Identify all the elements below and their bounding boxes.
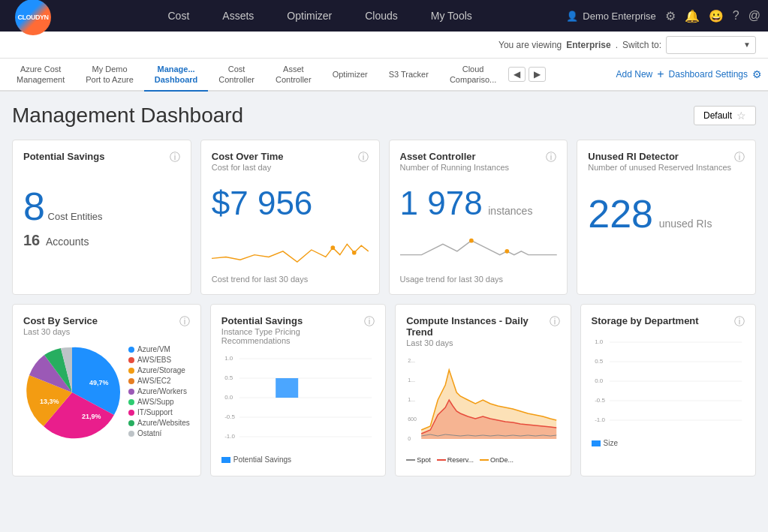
info-icon[interactable]: ⓘ — [179, 315, 190, 329]
widget-subtitle: Last 30 days — [406, 338, 549, 347]
instances-number: 1 978 — [400, 185, 483, 221]
storage-legend-label: Size — [604, 439, 618, 447]
widget-header: Asset Controller Number of Running Insta… — [400, 151, 557, 172]
svg-text:1.0: 1.0 — [224, 355, 233, 362]
legend-aws-supp: AWS/Supp — [128, 398, 190, 406]
bell-icon[interactable]: 🔔 — [685, 9, 700, 23]
enterprise-bar: You are viewing Enterprise. Switch to: ▼ — [0, 32, 768, 59]
info-icon[interactable]: ⓘ — [170, 151, 180, 164]
legend-dot — [128, 378, 134, 384]
emoji-icon[interactable]: 😀 — [709, 9, 724, 23]
page-title: Management Dashboard — [12, 104, 243, 128]
legend-azure-vm: Azure/VM — [128, 345, 190, 353]
tab-azure-cost-management[interactable]: Azure CostManagement — [6, 59, 75, 92]
help-icon[interactable]: ? — [733, 9, 739, 23]
svg-text:1...: 1... — [408, 377, 415, 383]
tab-actions: Add New + Dashboard Settings ⚙ — [616, 68, 762, 81]
info-icon[interactable]: ⓘ — [734, 151, 745, 164]
svg-text:600: 600 — [408, 416, 417, 422]
compute-ondemand-legend: OnDe... — [480, 456, 514, 464]
star-icon: ☆ — [736, 110, 746, 122]
savings-number: 8 — [23, 185, 45, 228]
dashboard-settings-link[interactable]: Dashboard Settings — [669, 69, 748, 80]
pie-chart-area: 49,7% 21,9% 13,3% Azure/VM AWS/EBS — [23, 344, 190, 441]
legend-dot — [128, 389, 134, 395]
potential-savings-widget: Potential Savings ⓘ 8 Cost Entities 16 A… — [12, 140, 191, 295]
dashboard-settings-icon[interactable]: ⚙ — [752, 68, 762, 80]
at-icon[interactable]: @ — [748, 9, 760, 23]
asset-trend-label: Usage trend for last 30 days — [400, 275, 557, 284]
info-icon[interactable]: ⓘ — [546, 151, 556, 164]
widget-title: Unused RI Detector — [588, 151, 731, 162]
widget-row-2: Cost By Service Last 30 days ⓘ — [12, 304, 756, 476]
compute-trend-chart: 2... 1... 1... 600 0 Spot — [406, 355, 559, 452]
widget-title: Storage by Department — [592, 315, 699, 326]
svg-text:21,9%: 21,9% — [82, 413, 101, 420]
widget-subtitle: Instance Type Pricing Recommendations — [221, 327, 364, 345]
svg-text:2...: 2... — [408, 358, 415, 363]
compute-instances-widget: Compute Instances - Daily Trend Last 30 … — [395, 304, 571, 476]
storage-by-dept-widget: Storage by Department ⓘ 1.0 0.5 0.0 -0.5… — [580, 304, 756, 476]
logo-area[interactable]: CLOUDYN — [8, 0, 59, 32]
svg-text:0.0: 0.0 — [595, 377, 604, 384]
info-icon[interactable]: ⓘ — [734, 315, 745, 329]
savings-cost-entities: Cost Entities — [48, 211, 103, 222]
legend-dot — [128, 368, 134, 374]
widget-subtitle: Cost for last day — [212, 163, 284, 172]
nav-right: 👤 Demo Enterprise ⚙ 🔔 😀 ? @ — [566, 9, 760, 23]
tab-cost-controller[interactable]: CostController — [208, 59, 265, 92]
nav-assets[interactable]: Assets — [206, 0, 270, 32]
widget-subtitle: Last 30 days — [23, 327, 98, 336]
nav-links: Cost Assets Optimizer Clouds My Tools — [74, 0, 566, 32]
widget-title: Potential Savings — [221, 315, 364, 326]
svg-rect-17 — [276, 378, 298, 398]
potential-savings-bar-widget: Potential Savings Instance Type Pricing … — [210, 304, 386, 476]
widget-title: Cost By Service — [23, 315, 98, 326]
tab-optimizer[interactable]: Optimizer — [322, 59, 378, 92]
savings-bar-chart: 1.0 0.5 0.0 -0.5 -1.0 Potential S — [221, 353, 375, 450]
widget-title: Cost Over Time — [212, 151, 284, 162]
instances-label: instances — [488, 205, 532, 217]
gear-icon[interactable]: ⚙ — [665, 9, 676, 23]
nav-cost[interactable]: Cost — [152, 0, 206, 32]
nav-optimizer[interactable]: Optimizer — [270, 0, 348, 32]
legend-dot — [128, 420, 134, 426]
user-icon: 👤 — [566, 11, 578, 22]
nav-clouds[interactable]: Clouds — [348, 0, 414, 32]
add-new-link[interactable]: Add New — [616, 69, 653, 80]
accounts-number: 16 — [23, 232, 40, 248]
svg-text:-0.5: -0.5 — [224, 413, 235, 420]
tab-management-dashboard[interactable]: Manage...Dashboard — [144, 59, 208, 92]
widget-header: Unused RI Detector Number of unused Rese… — [588, 151, 745, 172]
tab-my-demo[interactable]: My DemoPort to Azure — [75, 59, 144, 92]
enterprise-switch-dropdown[interactable]: ▼ — [666, 36, 756, 54]
top-navigation: CLOUDYN Cost Assets Optimizer Clouds My … — [0, 0, 768, 32]
legend-it-support: IT/Support — [128, 408, 190, 416]
svg-text:0.0: 0.0 — [224, 394, 233, 401]
asset-controller-widget: Asset Controller Number of Running Insta… — [389, 140, 568, 295]
default-button[interactable]: Default ☆ — [694, 106, 756, 125]
info-icon[interactable]: ⓘ — [358, 151, 369, 164]
nav-my-tools[interactable]: My Tools — [414, 0, 489, 32]
info-icon[interactable]: ⓘ — [550, 315, 560, 329]
storage-chart: 1.0 0.5 0.0 -0.5 -1.0 Size — [592, 336, 745, 434]
info-icon[interactable]: ⓘ — [364, 315, 375, 329]
page-content: Management Dashboard Default ☆ Potential… — [0, 92, 768, 497]
tab-s3-tracker[interactable]: S3 Tracker — [378, 59, 439, 92]
tab-next-btn[interactable]: ▶ — [529, 67, 546, 82]
cost-trend-label: Cost trend for last 30 days — [212, 275, 369, 284]
legend-azure-workers: Azure/Workers — [128, 387, 190, 395]
tab-asset-controller[interactable]: AssetController — [265, 59, 322, 92]
svg-text:0.5: 0.5 — [224, 374, 233, 381]
svg-point-0 — [330, 245, 335, 250]
svg-text:-1.0: -1.0 — [224, 433, 235, 440]
tab-prev-btn[interactable]: ◀ — [508, 67, 526, 82]
widget-header: Compute Instances - Daily Trend Last 30 … — [406, 315, 559, 347]
tabs-bar: Azure CostManagement My DemoPort to Azur… — [0, 59, 768, 92]
widget-header: Storage by Department ⓘ — [592, 315, 745, 329]
tab-cloud-comparison[interactable]: CloudCompariso... — [439, 59, 507, 92]
widget-row-1: Potential Savings ⓘ 8 Cost Entities 16 A… — [12, 140, 756, 295]
svg-text:0: 0 — [408, 436, 411, 441]
nav-user: 👤 Demo Enterprise — [566, 11, 656, 22]
pie-legend: Azure/VM AWS/EBS Azure/Storage AWS/EC2 — [128, 345, 190, 440]
